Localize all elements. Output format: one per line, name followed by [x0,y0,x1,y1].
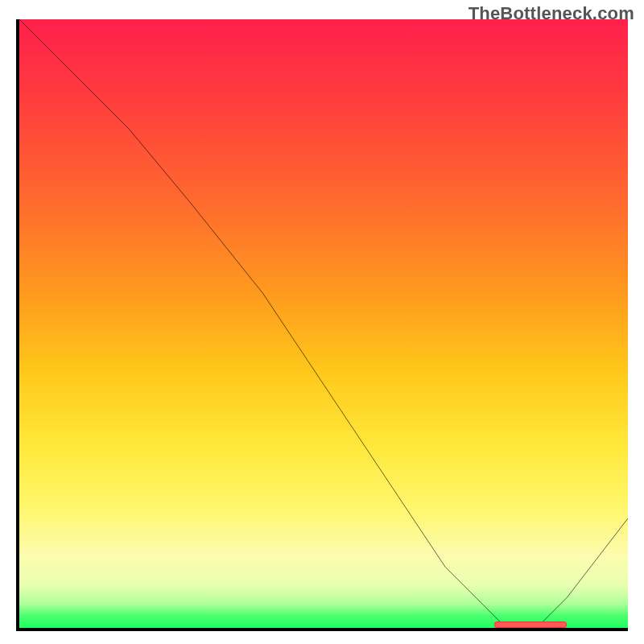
chart-line-layer [19,19,628,628]
plot-area [16,19,628,631]
chart-curve-line [19,19,628,628]
minimum-marker [494,621,568,628]
